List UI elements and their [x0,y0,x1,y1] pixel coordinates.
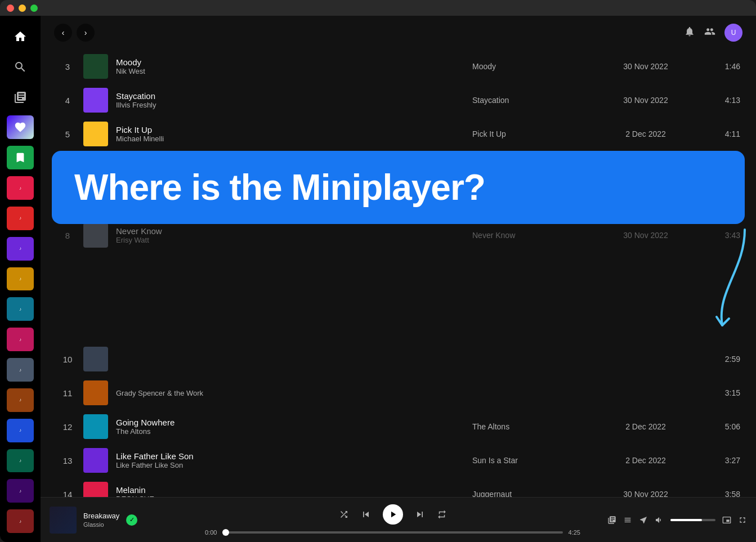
close-button[interactable] [7,5,14,12]
playlist-10[interactable]: ♪ [7,449,34,473]
player-song-artist: Glassio [83,521,119,528]
track-title: Going Nowhere [116,418,468,427]
player-bar: Breakaway Glassio ✓ [41,497,756,542]
player-controls [339,504,447,525]
playlist-1[interactable]: ♪ [7,176,34,200]
connect-button[interactable] [639,516,648,525]
track-album: Staycation [472,96,596,105]
sidebar: ♪ ♪ ♪ ♪ ♪ ♪ ♪ ♪ ♪ ♪ ♪ ♪ [0,16,41,542]
volume-button[interactable] [655,516,664,525]
fullscreen-button[interactable] [738,516,747,525]
player-song-info: Breakaway Glassio [83,512,119,528]
friends-button[interactable] [704,26,715,40]
track-info: Going Nowhere The Altons [116,418,468,436]
next-button[interactable] [414,509,426,520]
volume-bar[interactable] [670,519,715,521]
track-title: Like Father Like Son [116,451,468,461]
track-list[interactable]: 3 Moody Nik West Moody 30 Nov 2022 1:46 … [41,50,756,497]
track-date: 2 Dec 2022 [601,422,691,431]
track-thumbnail [83,347,108,371]
previous-button[interactable] [360,509,372,520]
track-duration: 4:11 [695,129,740,138]
maximize-button[interactable] [30,5,38,12]
liked-songs-playlist[interactable] [7,115,34,139]
shuffle-button[interactable] [339,509,349,519]
track-thumbnail [83,122,108,146]
track-duration: 5:06 [695,422,740,431]
playlist-9[interactable]: ♪ [7,419,34,442]
table-row[interactable]: 3 Moody Nik West Moody 30 Nov 2022 1:46 [50,50,747,83]
track-album: Never Know [472,231,596,240]
track-date: 2 Dec 2022 [601,129,691,138]
track-info: Melanin DEQN SUE [116,485,468,497]
table-row[interactable]: 4 Staycation Illvis Freshly Staycation 3… [50,83,747,117]
track-album: The Altons [472,422,596,431]
repeat-button[interactable] [437,509,447,519]
track-title: Moody [116,57,468,67]
playlist-4[interactable]: ♪ [7,267,34,291]
track-duration: 4:13 [695,96,740,105]
playlist-2[interactable]: ♪ [7,207,34,230]
track-thumbnail [83,414,108,439]
playlist-12[interactable]: ♪ [7,509,34,533]
queue-button[interactable] [623,516,632,525]
volume-fill [670,519,702,521]
sidebar-search-icon[interactable] [7,55,34,79]
track-title: Staycation [116,91,468,101]
playlist-8[interactable]: ♪ [7,388,34,412]
track-thumbnail [83,448,108,473]
track-artist: Illvis Freshly [116,101,468,109]
track-thumbnail [83,482,108,497]
play-pause-button[interactable] [383,504,403,525]
sidebar-home-icon[interactable] [7,25,34,48]
playlist-7[interactable]: ♪ [7,358,34,382]
total-time: 4:25 [569,529,580,536]
app-container: ♪ ♪ ♪ ♪ ♪ ♪ ♪ ♪ ♪ ♪ ♪ ♪ [0,16,756,542]
track-number: 12 [56,422,79,432]
progress-area: 0:00 4:25 [205,529,580,536]
track-date: 2 Dec 2022 [601,456,691,465]
playlist-5[interactable]: ♪ [7,297,34,321]
track-number: 11 [56,388,79,398]
table-row[interactable]: 14 Melanin DEQN SUE Juggernaut 30 Nov 20… [50,477,747,497]
notifications-button[interactable] [684,26,695,40]
track-number: 14 [56,490,79,498]
track-album: Juggernaut [472,490,596,497]
track-date: 30 Nov 2022 [601,96,691,105]
table-row[interactable]: 12 Going Nowhere The Altons The Altons 2… [50,410,747,444]
player-song-title: Breakaway [83,512,119,520]
verified-badge: ✓ [126,514,137,526]
table-row[interactable]: 11 Grady Spencer & the Work 3:15 [50,376,747,410]
progress-bar[interactable] [222,531,562,534]
track-artist: The Altons [116,427,468,436]
track-date: 30 Nov 2022 [601,490,691,497]
minimize-button[interactable] [19,5,26,12]
track-thumbnail [83,54,108,79]
track-info: Never Know Erisy Watt [116,226,468,244]
now-playing-button[interactable] [607,516,616,525]
playlist-3[interactable]: ♪ [7,237,34,261]
forward-button[interactable]: › [77,24,95,42]
sidebar-library-icon[interactable] [7,86,34,109]
table-row[interactable]: 13 Like Father Like Son Like Father Like… [50,444,747,477]
back-button[interactable]: ‹ [54,24,72,42]
track-duration: 2:59 [695,355,740,364]
bookmark-playlist[interactable] [7,146,34,169]
track-duration: 3:27 [695,456,740,465]
track-artist: Like Father Like Son [116,461,468,469]
track-artist: Grady Spencer & the Work [116,389,468,397]
playlist-6[interactable]: ♪ [7,328,34,351]
miniplayer-button[interactable] [722,516,731,525]
player-album-art [50,507,77,534]
table-row[interactable]: 5 Pick It Up Michael Minelli Pick It Up … [50,117,747,151]
table-row[interactable]: 10 2:59 [50,342,747,376]
track-info: Like Father Like Son Like Father Like So… [116,451,468,469]
overlay-banner: Where is the Miniplayer? [52,151,745,224]
track-title: Pick It Up [116,125,468,135]
overlay-text: Where is the Miniplayer? [74,168,485,207]
player-center: 0:00 4:25 [205,504,580,536]
track-artist: Michael Minelli [116,135,468,143]
playlist-11[interactable]: ♪ [7,479,34,503]
user-avatar[interactable]: U [724,24,742,42]
track-info: Grady Spencer & the Work [116,389,468,397]
